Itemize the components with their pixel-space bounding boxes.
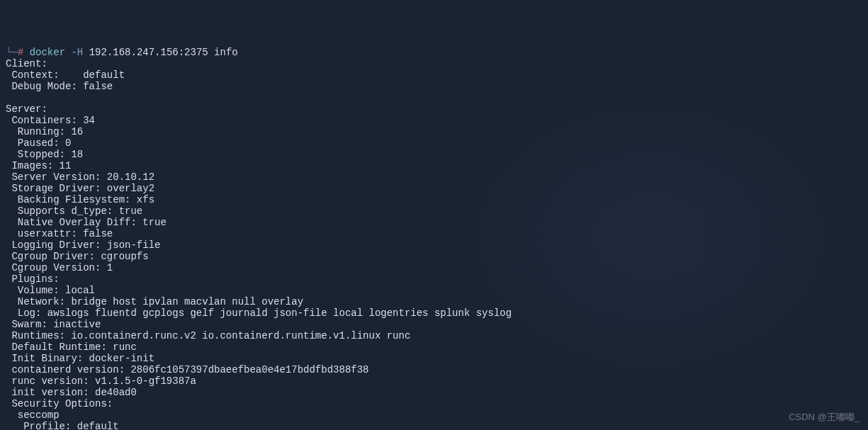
server-running: Running: 16 — [6, 126, 83, 137]
default-runtime: Default Runtime: runc — [6, 341, 137, 353]
native-overlay-diff: Native Overlay Diff: true — [6, 217, 167, 228]
seccomp-profile: Profile: default — [6, 421, 119, 430]
client-header: Client: — [6, 58, 47, 69]
server-containers: Containers: 34 — [6, 115, 95, 126]
command-flag: -H — [71, 47, 83, 58]
plugins-log: Log: awslogs fluentd gcplogs gelf journa… — [6, 307, 512, 319]
server-images: Images: 11 — [6, 160, 71, 171]
command-args: 192.168.247.156:2375 info — [89, 47, 238, 58]
server-paused: Paused: 0 — [6, 137, 71, 149]
backing-filesystem: Backing Filesystem: xfs — [6, 194, 154, 205]
swarm: Swarm: inactive — [6, 319, 101, 330]
prompt-bracket: └─ — [6, 47, 18, 58]
server-version: Server Version: 20.10.12 — [6, 171, 154, 183]
prompt-line[interactable]: └─# docker -H 192.168.247.156:2375 info — [6, 47, 238, 58]
logging-driver: Logging Driver: json-file — [6, 239, 160, 251]
command-name: docker — [30, 47, 65, 58]
client-debug-mode: Debug Mode: false — [6, 81, 113, 92]
seccomp: seccomp — [6, 409, 60, 421]
client-context: Context: default — [6, 69, 125, 81]
userxattr: userxattr: false — [6, 228, 113, 239]
security-options: Security Options: — [6, 398, 113, 409]
watermark: CSDN @王嘟嘟_ — [789, 412, 859, 423]
cgroup-version: Cgroup Version: 1 — [6, 262, 113, 273]
containerd-version: containerd version: 2806fc1057397dbaeefb… — [6, 364, 368, 375]
init-version: init version: de40ad0 — [6, 387, 137, 398]
runtimes: Runtimes: io.containerd.runc.v2 io.conta… — [6, 330, 410, 341]
storage-driver: Storage Driver: overlay2 — [6, 183, 154, 194]
terminal-output: └─# docker -H 192.168.247.156:2375 info … — [6, 47, 862, 430]
prompt-hash: # — [18, 47, 23, 58]
plugins-network: Network: bridge host ipvlan macvlan null… — [6, 296, 303, 307]
server-stopped: Stopped: 18 — [6, 149, 83, 160]
plugins-header: Plugins: — [6, 273, 60, 285]
supports-dtype: Supports d_type: true — [6, 205, 142, 217]
cgroup-driver: Cgroup Driver: cgroupfs — [6, 251, 149, 262]
runc-version: runc version: v1.1.5-0-gf19387a — [6, 375, 196, 387]
server-header: Server: — [6, 103, 47, 115]
plugins-volume: Volume: local — [6, 285, 95, 296]
init-binary: Init Binary: docker-init — [6, 353, 154, 364]
